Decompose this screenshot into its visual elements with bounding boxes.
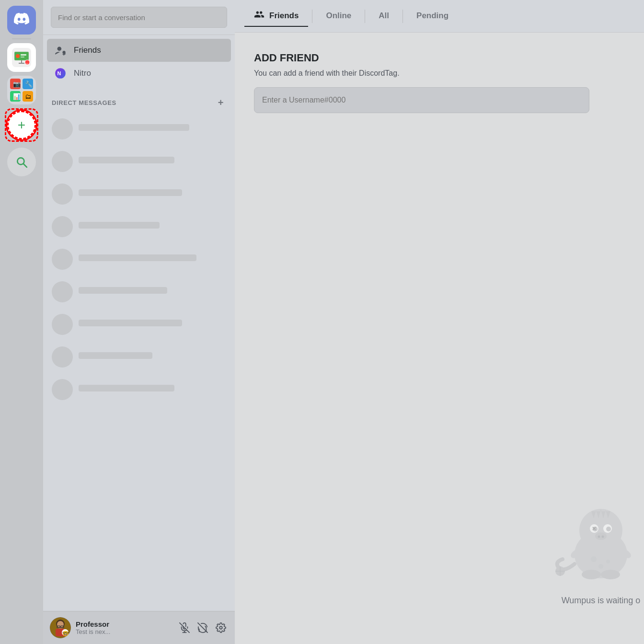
- tab-online-label: Online: [326, 11, 351, 21]
- dm-add-icon: +: [218, 97, 224, 108]
- server-sidebar: – 📷 🔧 📊 🗂: [0, 0, 43, 644]
- dm-add-button[interactable]: +: [216, 97, 226, 108]
- dm-avatar-skeleton: [52, 118, 73, 139]
- add-friend-input[interactable]: [262, 96, 581, 104]
- dm-skeleton-5: [47, 244, 231, 275]
- channel-sidebar: Friends N Nitro DIRECT MESSAG: [43, 0, 235, 644]
- tab-all[interactable]: All: [369, 7, 399, 25]
- add-friend-description: You can add a friend with their DiscordT…: [254, 69, 625, 78]
- add-server-button[interactable]: [7, 111, 36, 139]
- server-icon-multi-app[interactable]: 📷 🔧 📊 🗂: [7, 76, 36, 104]
- dm-skeleton-2: [47, 146, 231, 177]
- tab-divider-1: [312, 10, 312, 23]
- friends-nav-icon: [54, 44, 67, 57]
- dm-skeleton-1: [47, 114, 231, 144]
- main-header: Friends Online All Pending: [235, 0, 644, 33]
- dm-text-skeleton: [79, 352, 226, 362]
- dm-avatar-skeleton: [52, 379, 73, 400]
- wumpus-section: Wumpus is waiting o: [548, 492, 644, 606]
- dm-text-skeleton: [79, 189, 226, 199]
- dm-avatar-skeleton: [52, 281, 73, 302]
- user-avatar: 🤓: [50, 617, 71, 638]
- svg-point-53: [582, 570, 601, 579]
- tab-friends[interactable]: Friends: [244, 5, 308, 27]
- dm-text-skeleton: [79, 124, 226, 134]
- dm-skeleton-7: [47, 309, 231, 340]
- wumpus-text: Wumpus is waiting o: [562, 596, 641, 606]
- friends-nav-label: Friends: [74, 46, 101, 55]
- search-bar-container: [43, 0, 235, 35]
- svg-rect-5: [21, 57, 24, 58]
- user-name: Professor: [76, 620, 172, 628]
- svg-rect-4: [21, 54, 26, 56]
- friends-tab-icon: [254, 9, 264, 22]
- svg-text:📷: 📷: [13, 80, 21, 88]
- server-icon-presentation[interactable]: –: [7, 43, 36, 72]
- svg-line-21: [23, 164, 27, 167]
- tab-friends-label: Friends: [269, 11, 299, 21]
- dm-avatar-skeleton: [52, 184, 73, 205]
- dm-avatar-skeleton: [52, 151, 73, 172]
- deafen-button[interactable]: [196, 621, 210, 635]
- user-status: Test is nex...: [76, 628, 172, 635]
- svg-point-50: [602, 536, 604, 538]
- add-friend-section: ADD FRIEND You can add a friend with the…: [254, 52, 625, 113]
- dm-text-skeleton: [79, 157, 226, 166]
- svg-text:–: –: [26, 61, 28, 65]
- tab-all-label: All: [379, 11, 389, 21]
- nitro-nav-label: Nitro: [74, 69, 91, 78]
- tab-online[interactable]: Online: [316, 7, 361, 25]
- nav-item-nitro[interactable]: N Nitro: [47, 62, 231, 85]
- svg-point-54: [601, 570, 620, 579]
- nitro-nav-icon: N: [54, 67, 67, 80]
- svg-text:🔧: 🔧: [25, 80, 33, 88]
- user-info: Professor Test is nex...: [76, 620, 172, 635]
- dm-skeleton-8: [47, 342, 231, 372]
- dm-list: [43, 112, 235, 611]
- search-icon: [15, 156, 28, 168]
- add-server-highlight: [5, 108, 38, 142]
- search-input[interactable]: [51, 7, 227, 28]
- svg-point-48: [595, 532, 607, 540]
- explore-servers-button[interactable]: [7, 148, 36, 176]
- dm-text-skeleton: [79, 222, 226, 231]
- tab-pending[interactable]: Pending: [407, 7, 458, 25]
- svg-text:N: N: [58, 70, 61, 76]
- dm-avatar-skeleton: [52, 216, 73, 237]
- main-content: Friends Online All Pending ADD FRIEND Yo…: [235, 0, 644, 644]
- nav-item-friends[interactable]: Friends: [47, 39, 231, 62]
- svg-point-60: [598, 564, 603, 569]
- svg-point-49: [598, 536, 600, 538]
- multi-app-icon: 📷 🔧 📊 🗂: [7, 76, 36, 104]
- svg-point-58: [591, 556, 597, 562]
- dm-section-header: DIRECT MESSAGES +: [43, 89, 235, 112]
- dm-text-skeleton: [79, 287, 226, 297]
- settings-button[interactable]: [214, 621, 228, 635]
- dm-text-skeleton: [79, 254, 226, 264]
- dm-section-label: DIRECT MESSAGES: [52, 99, 116, 106]
- svg-point-59: [606, 560, 610, 564]
- wumpus-image: [548, 492, 644, 588]
- dm-avatar-skeleton: [52, 249, 73, 270]
- nav-items: Friends N Nitro: [43, 35, 235, 89]
- user-bar: 🤓 Professor Test is nex...: [43, 611, 235, 644]
- dm-avatar-skeleton: [52, 346, 73, 368]
- dm-skeleton-3: [47, 179, 231, 209]
- dm-text-skeleton: [79, 385, 226, 394]
- sidebar-divider: [12, 38, 31, 39]
- svg-point-45: [606, 527, 611, 531]
- svg-text:📊: 📊: [13, 92, 21, 101]
- presentation-icon: –: [7, 43, 36, 72]
- mute-button[interactable]: [177, 621, 192, 635]
- user-controls: [177, 621, 228, 635]
- dm-skeleton-4: [47, 211, 231, 242]
- add-friend-input-wrap: [254, 87, 589, 113]
- dm-skeleton-9: [47, 374, 231, 405]
- main-body: ADD FRIEND You can add a friend with the…: [235, 33, 644, 644]
- server-icon-discord-home[interactable]: [7, 6, 36, 34]
- tab-pending-label: Pending: [416, 11, 448, 21]
- dm-avatar-skeleton: [52, 314, 73, 335]
- discord-logo-icon: [14, 11, 29, 30]
- dm-skeleton-6: [47, 276, 231, 307]
- svg-point-3: [16, 54, 20, 58]
